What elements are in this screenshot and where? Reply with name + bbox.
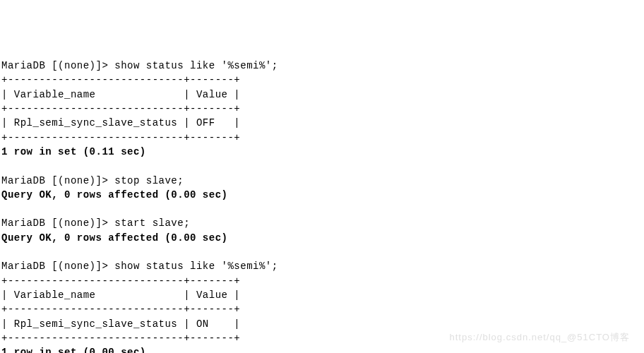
table-header: | Variable_name | Value |: [1, 289, 240, 301]
query-show-status-1: show status like '%semi%';: [114, 60, 278, 71]
prompt: MariaDB [(none)]>: [1, 261, 114, 272]
table-header: | Variable_name | Value |: [1, 89, 240, 100]
table-border: +----------------------------+-------+: [1, 304, 240, 315]
table-border: +----------------------------+-------+: [1, 103, 240, 114]
result-query-ok: Query OK, 0 rows affected (0.00 sec): [1, 189, 227, 201]
prompt: MariaDB [(none)]>: [1, 217, 114, 229]
query-start-slave: start slave;: [114, 217, 190, 229]
table-border: +----------------------------+-------+: [1, 275, 240, 287]
prompt: MariaDB [(none)]>: [1, 175, 114, 186]
table-row: | Rpl_semi_sync_slave_status | ON |: [1, 318, 240, 330]
table-border: +----------------------------+-------+: [1, 74, 240, 85]
result-query-ok: Query OK, 0 rows affected (0.00 sec): [1, 232, 227, 244]
result-rows-in-set: 1 row in set (0.00 sec): [1, 347, 146, 353]
query-stop-slave: stop slave;: [114, 175, 184, 186]
table-border: +----------------------------+-------+: [1, 333, 240, 344]
prompt: MariaDB [(none)]>: [1, 60, 114, 71]
table-border: +----------------------------+-------+: [1, 132, 240, 143]
result-rows-in-set: 1 row in set (0.11 sec): [1, 146, 146, 157]
watermark-text: https://blog.csdn.net/qq_@51CTO博客: [449, 331, 630, 345]
table-row: | Rpl_semi_sync_slave_status | OFF |: [1, 117, 240, 128]
query-show-status-2: show status like '%semi%';: [114, 261, 278, 272]
